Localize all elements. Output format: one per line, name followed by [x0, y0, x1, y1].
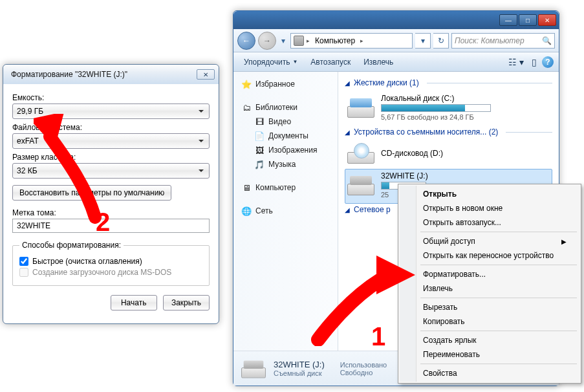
ctx-open-portable[interactable]: Открыть как переносное устройство: [401, 248, 578, 263]
format-options-legend: Способы форматирования:: [19, 241, 124, 250]
details-free-label: Свободно: [340, 369, 387, 376]
ctx-open-new-window[interactable]: Открыть в новом окне: [401, 201, 578, 215]
ctx-eject[interactable]: Извлечь: [401, 281, 578, 296]
refresh-button[interactable]: ↻: [433, 33, 449, 49]
eject-menu[interactable]: Извлечь: [358, 56, 398, 69]
close-window-button[interactable]: ✕: [538, 14, 556, 26]
format-options-group: Способы форматирования: Быстрое (очистка…: [12, 241, 210, 286]
close-icon: ✕: [545, 17, 550, 24]
volume-label-input[interactable]: [12, 219, 210, 233]
breadcrumb-computer[interactable]: Компьютер: [312, 36, 358, 45]
msdos-boot-box: [19, 268, 28, 277]
computer-icon: [294, 36, 304, 46]
hdd-icon: [347, 97, 374, 118]
ctx-format[interactable]: Форматировать...: [401, 267, 578, 281]
quick-format-checkbox[interactable]: Быстрое (очистка оглавления): [19, 257, 202, 266]
capacity-value: 29,9 ГБ: [17, 107, 43, 116]
close-button[interactable]: ✕: [197, 69, 215, 80]
context-menu: Открыть Открыть в новом окне Открыть авт…: [398, 184, 581, 384]
cluster-label: Размер кластера:: [12, 153, 210, 162]
preview-pane-button[interactable]: ▯: [529, 56, 539, 69]
nav-network[interactable]: 🌐Сеть: [236, 204, 335, 218]
nav-history-button[interactable]: ▾: [279, 33, 288, 49]
drive-c-usage: [381, 104, 491, 112]
ctx-sharing[interactable]: Общий доступ▶: [401, 234, 578, 248]
music-icon: 🎵: [254, 159, 265, 169]
nav-favorites[interactable]: ⭐ Избранное: [236, 77, 335, 91]
drive-dvd[interactable]: CD-дисковод (D:): [345, 140, 552, 169]
explorer-titlebar[interactable]: — □ ✕: [233, 11, 559, 29]
close-format-button[interactable]: Закрыть: [163, 295, 210, 310]
ctx-copy[interactable]: Копировать: [401, 314, 578, 329]
back-button[interactable]: ←: [237, 32, 255, 50]
nav-libraries[interactable]: 🗂 Библиотеки: [236, 100, 335, 114]
drive-j-title: 32WHITE (J:): [381, 171, 550, 180]
chevron-down-icon: ▾: [281, 36, 285, 45]
maximize-button[interactable]: □: [519, 14, 537, 26]
navigation-pane: ⭐ Избранное 🗂 Библиотеки 🎞Видео 📄Докумен…: [233, 72, 338, 351]
ctx-properties[interactable]: Свойства: [401, 366, 578, 380]
breadcrumb-sep[interactable]: ▸: [305, 38, 311, 44]
submenu-arrow-icon: ▶: [561, 238, 567, 245]
details-title: 32WHITE (J:): [274, 360, 325, 369]
capacity-select[interactable]: 29,9 ГБ: [12, 103, 210, 119]
start-button[interactable]: Начать: [111, 295, 157, 310]
group-hard-disks[interactable]: ◢ Жесткие диски (1): [345, 78, 552, 87]
video-icon: 🎞: [254, 116, 265, 127]
search-icon: 🔍: [542, 36, 552, 45]
document-icon: 📄: [254, 131, 265, 141]
address-bar[interactable]: ▸ Компьютер ▸: [290, 33, 413, 49]
forward-icon: →: [263, 36, 271, 45]
organize-menu[interactable]: Упорядочить▼: [239, 56, 303, 69]
cluster-select[interactable]: 32 КБ: [12, 163, 210, 179]
ctx-open-autoplay[interactable]: Открыть автозапуск...: [401, 215, 578, 230]
picture-icon: 🖼: [254, 145, 265, 155]
search-placeholder: Поиск: Компьютер: [455, 36, 525, 45]
libraries-icon: 🗂: [241, 102, 252, 113]
usb-drive-icon: [347, 175, 374, 195]
network-icon: 🌐: [241, 206, 252, 216]
refresh-icon: ↻: [438, 36, 444, 45]
drive-c-title: Локальный диск (C:): [381, 94, 550, 103]
format-dialog-titlebar[interactable]: Форматирование "32WHITE (J:)" ✕: [3, 65, 219, 84]
filesystem-value: exFAT: [17, 136, 39, 146]
nav-videos[interactable]: 🎞Видео: [236, 114, 335, 129]
view-options-button[interactable]: ☷ ▾: [506, 56, 526, 69]
breadcrumb-sep[interactable]: ▸: [359, 38, 365, 44]
restore-defaults-button[interactable]: Восстановить параметры по умолчанию: [12, 185, 171, 201]
drive-dvd-title: CD-дисковод (D:): [381, 149, 550, 158]
volume-label-label: Метка тома:: [12, 208, 210, 217]
quick-format-box[interactable]: [19, 257, 28, 266]
caret-icon: ◢: [345, 206, 350, 213]
details-type: Съемный диск: [274, 369, 325, 377]
forward-button: →: [258, 32, 276, 50]
drive-c[interactable]: Локальный диск (C:) 5,67 ГБ свободно из …: [345, 91, 552, 126]
dvd-icon: [347, 143, 374, 164]
cluster-value: 32 КБ: [17, 166, 38, 175]
maximize-icon: □: [526, 17, 530, 24]
help-button[interactable]: ?: [542, 56, 554, 68]
ctx-open[interactable]: Открыть: [401, 187, 578, 201]
filesystem-select[interactable]: exFAT: [12, 133, 210, 149]
ctx-cut[interactable]: Вырезать: [401, 300, 578, 314]
caret-icon: ◢: [345, 80, 350, 87]
search-input[interactable]: Поиск: Компьютер 🔍: [451, 33, 555, 49]
capacity-label: Емкость:: [12, 93, 210, 102]
ctx-create-shortcut[interactable]: Создать ярлык: [401, 333, 578, 347]
nav-pictures[interactable]: 🖼Изображения: [236, 143, 335, 157]
nav-music[interactable]: 🎵Музыка: [236, 157, 335, 171]
autoplay-menu[interactable]: Автозапуск: [305, 56, 356, 69]
computer-icon: 🖥: [241, 182, 252, 193]
minimize-icon: —: [505, 17, 512, 24]
group-removable[interactable]: ◢ Устройства со съемными носителя... (2): [345, 127, 552, 136]
details-used-label: Использовано: [340, 361, 387, 369]
nav-documents[interactable]: 📄Документы: [236, 129, 335, 143]
address-toolbar: ← → ▾ ▸ Компьютер ▸ ▾ ↻ Поиск: Компьютер…: [233, 29, 559, 52]
minimize-button[interactable]: —: [499, 14, 517, 26]
annotation-number-2: 2: [96, 208, 110, 237]
address-dropdown-button[interactable]: ▾: [415, 33, 431, 49]
nav-computer[interactable]: 🖥Компьютер: [236, 180, 335, 195]
ctx-rename[interactable]: Переименовать: [401, 347, 578, 362]
drive-c-sub: 5,67 ГБ свободно из 24,8 ГБ: [381, 113, 550, 121]
usb-drive-icon: [241, 359, 266, 378]
